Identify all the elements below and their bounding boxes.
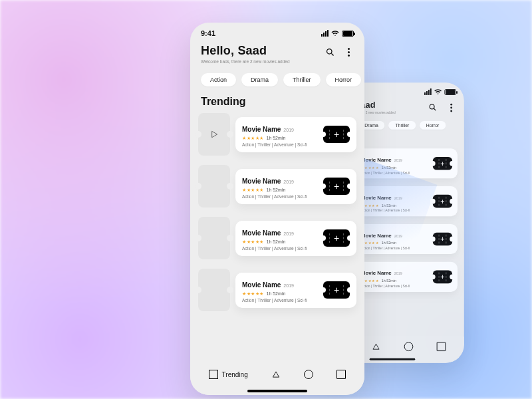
status-bar: 9:41 [190,23,364,40]
add-ticket-button[interactable]: + [323,178,350,195]
movie-runtime: 1h 52min [267,291,286,296]
status-time: 9:41 [201,29,215,37]
greeting: Hello, Saad [201,44,290,58]
rating-stars: ★★★★★ [242,136,264,141]
movie-title: Movie Name [242,281,281,289]
tab-three[interactable] [304,370,313,379]
movie-genres: Action | Thriller | Adventure | Sci-fi [361,171,410,175]
movie-poster[interactable] [198,165,230,207]
list-item[interactable]: Movie Name2019 ★★★★★1h 52min Action | Th… [198,113,356,156]
movie-genres: Action | Thriller | Adventure | Sci-fi [361,246,410,250]
movie-year: 2019 [394,272,402,276]
rating-stars: ★★★★★ [242,239,264,245]
movie-title: Movie Name [242,178,281,185]
home-indicator [247,390,307,392]
circle-icon [304,370,313,379]
plus-icon: + [334,285,339,295]
movie-genres: Action | Thriller | Adventure | Sci-fi [242,194,307,199]
plus-icon: + [334,182,339,191]
home-indicator [370,358,416,360]
tab-trending[interactable]: Trending [209,370,248,379]
battery-icon [444,89,456,95]
tab-four[interactable] [437,342,446,351]
chip-drama[interactable]: Drama [241,73,278,86]
svg-marker-3 [373,344,379,349]
movie-runtime: 1h 52min [382,241,396,245]
movie-genres: Action | Thriller | Adventure | Sci-fi [361,208,410,212]
movie-runtime: 1h 52min [267,136,286,140]
plus-icon: + [334,233,339,243]
cellular-icon [424,88,432,95]
svg-point-4 [327,49,332,54]
movie-title: Movie Name [361,233,392,239]
wifi-icon [331,29,339,37]
chip-thriller[interactable]: Thriller [283,73,321,86]
movie-genres: Action | Thriller | Adventure | Sci-fi [242,246,307,251]
section-title: Trending [190,93,364,113]
category-chips: Action Drama Thriller Horror [190,66,364,93]
movie-runtime: 1h 52min [267,188,286,192]
plus-icon: + [334,130,339,139]
movie-year: 2019 [283,283,294,288]
add-ticket-button[interactable]: + [323,229,350,247]
chip-horror[interactable]: Horror [326,73,362,86]
add-ticket-button[interactable]: + [323,126,350,143]
rating-stars: ★★★★★ [242,188,264,193]
square-icon [209,370,218,379]
tab-label: Trending [222,371,248,378]
movie-runtime: 1h 52min [382,279,396,283]
svg-line-5 [331,53,333,55]
movie-title: Movie Name [361,271,392,277]
movie-title: Movie Name [361,195,392,201]
movie-year: 2019 [283,231,294,236]
svg-line-1 [434,108,436,110]
movie-year: 2019 [283,128,294,132]
rating-stars: ★★★★★ [242,291,264,297]
movie-title: Movie Name [242,229,281,237]
svg-marker-7 [273,372,279,377]
svg-marker-6 [212,131,217,137]
chip-thriller[interactable]: Thriller [389,121,416,130]
wifi-icon [434,88,442,96]
movie-poster[interactable] [198,217,230,259]
movie-runtime: 1h 52min [382,203,396,207]
movie-year: 2019 [394,234,402,238]
rectangle-icon [336,370,346,379]
search-icon[interactable] [428,102,438,113]
list-item[interactable]: Movie Name2019 ★★★★★1h 52min Action | Th… [198,217,356,259]
tab-two[interactable] [271,370,281,379]
movie-genres: Action | Thriller | Adventure | Sci-fi [242,298,307,303]
list-item[interactable]: Movie Name2019 ★★★★★1h 52min Action | Th… [198,269,356,311]
tab-three[interactable] [404,342,414,351]
greeting-subtitle: Welcome back, there are 2 new movies add… [201,59,290,64]
add-ticket-button[interactable]: + [433,157,452,170]
phone-mockup-front: 9:41 Hello, Saad Welcome back, there are… [190,23,364,395]
movie-genres: Action | Thriller | Adventure | Sci-fi [242,142,307,147]
search-icon[interactable] [325,47,335,57]
movie-runtime: 1h 52min [267,239,286,244]
movie-year: 2019 [394,196,402,200]
chip-horror[interactable]: Horror [420,121,446,130]
add-ticket-button[interactable]: + [433,195,452,208]
tab-four[interactable] [336,370,346,379]
chip-action[interactable]: Action [201,73,236,86]
add-ticket-button[interactable]: + [433,271,452,284]
movie-year: 2019 [394,158,402,162]
movie-poster[interactable] [198,113,230,156]
svg-point-0 [430,104,434,109]
movie-title: Movie Name [361,157,392,163]
play-icon [209,129,219,140]
more-icon[interactable] [343,47,354,57]
more-icon[interactable] [446,102,456,113]
list-item[interactable]: Movie Name2019 ★★★★★1h 52min Action | Th… [198,165,356,207]
movie-genres: Action | Thriller | Adventure | Sci-fi [361,284,410,288]
cellular-icon [321,30,329,37]
triangle-icon [271,370,281,379]
add-ticket-button[interactable]: + [323,281,350,299]
tab-two[interactable] [372,342,381,351]
add-ticket-button[interactable]: + [433,233,452,246]
movie-year: 2019 [283,180,294,184]
movie-title: Movie Name [242,126,281,133]
movie-runtime: 1h 52min [382,166,396,170]
movie-poster[interactable] [198,269,230,311]
